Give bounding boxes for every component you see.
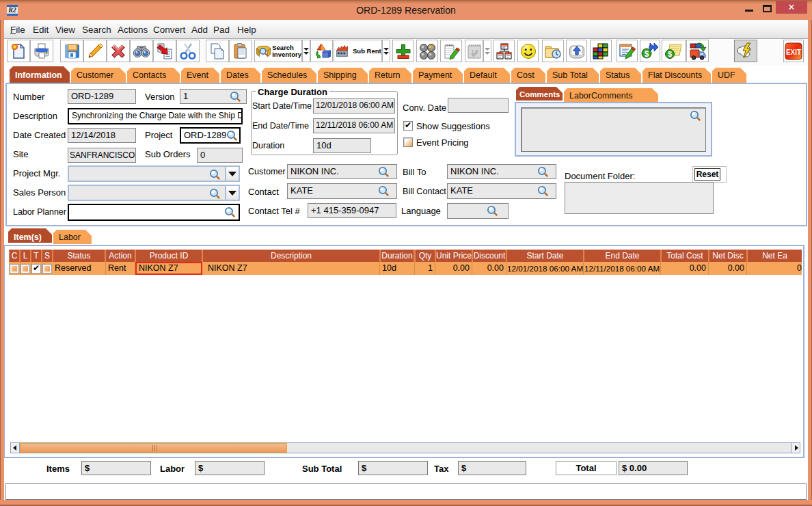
svg-text:?: ?: [429, 44, 434, 52]
svg-text:$: $: [645, 49, 649, 58]
svg-text:EXIT: EXIT: [786, 48, 801, 55]
svg-text:$: $: [667, 50, 671, 58]
